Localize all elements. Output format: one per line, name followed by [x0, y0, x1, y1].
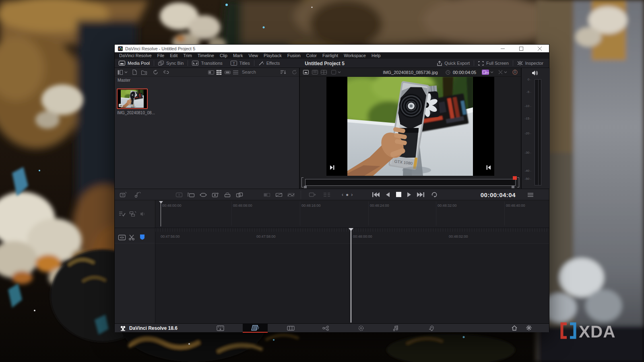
transitions-button[interactable]: Transitions [188, 59, 226, 68]
settings-gear-icon[interactable] [526, 325, 532, 331]
place-on-top-icon[interactable] [223, 192, 231, 198]
zoom-fit-icon[interactable] [498, 70, 503, 75]
zoom-chevron-icon[interactable] [504, 71, 507, 73]
search-input[interactable]: Search [242, 70, 256, 74]
sort-icon[interactable] [281, 70, 286, 74]
ripple-overwrite-icon[interactable] [199, 192, 207, 198]
bin-list-toggle-icon[interactable] [118, 70, 123, 75]
step-back-button[interactable] [385, 192, 390, 197]
menu-item[interactable]: Trim [180, 53, 195, 58]
split-scissors-icon[interactable] [129, 234, 135, 241]
titles-button[interactable]: T Titles [227, 59, 254, 68]
duration-clock-icon [446, 70, 450, 75]
dissolve-transition-icon[interactable] [275, 192, 283, 198]
color-viewer-icon[interactable] [512, 70, 518, 75]
maximize-button[interactable] [512, 45, 530, 52]
raw-badge-icon[interactable]: RAW [482, 70, 489, 75]
filmstrip-view-icon[interactable] [225, 70, 231, 74]
page-tab-edit[interactable] [278, 324, 303, 333]
menu-item[interactable]: Fusion [285, 53, 303, 58]
list-view-icon[interactable] [233, 70, 238, 74]
scrubber-in-handle[interactable] [304, 186, 307, 188]
match-frame-icon[interactable] [323, 191, 330, 198]
stop-button[interactable] [396, 192, 401, 197]
go-to-start-button[interactable] [372, 192, 380, 197]
raw-chevron-icon[interactable] [490, 71, 493, 73]
cut-transition-icon[interactable] [263, 192, 271, 198]
effects-icon [258, 61, 264, 66]
speaker-icon[interactable] [532, 70, 538, 76]
scrubber-right-bracket[interactable] [517, 177, 519, 187]
relink-icon[interactable] [163, 70, 169, 74]
audio-trim-icon[interactable] [140, 211, 147, 217]
timeline-tracks[interactable] [155, 243, 549, 323]
scrubber-playhead-marker[interactable] [513, 176, 517, 180]
menu-item[interactable]: Fairlight [320, 53, 341, 58]
menu-item[interactable]: Clip [217, 53, 230, 58]
menu-item[interactable]: Edit [167, 53, 180, 58]
refresh-bin-icon[interactable] [292, 70, 297, 75]
refresh-sync-icon[interactable] [153, 70, 158, 75]
media-pool-button[interactable]: Media Pool [115, 59, 154, 68]
menu-item[interactable]: File [155, 53, 167, 58]
home-icon[interactable] [512, 325, 517, 331]
scrubber-bar[interactable] [305, 179, 516, 186]
scrubber-left-bracket[interactable] [301, 177, 303, 187]
timeline-options-icon[interactable] [528, 193, 533, 197]
import-media-icon[interactable] [141, 70, 147, 75]
play-button[interactable] [407, 192, 412, 197]
page-tab-deliver[interactable] [419, 324, 444, 333]
menu-item[interactable]: Help [369, 53, 384, 58]
jog-control[interactable]: ‹●› [342, 192, 355, 197]
media-clip-thumbnail[interactable] [117, 88, 148, 109]
loop-button[interactable] [431, 191, 438, 197]
menu-item[interactable]: Timeline [195, 53, 217, 58]
overview-ruler-label: 00:48:00:00 [162, 204, 182, 208]
menu-item[interactable]: Playback [261, 53, 285, 58]
inspector-button[interactable]: Inspector [513, 59, 549, 68]
page-tab-cut[interactable] [243, 324, 268, 333]
full-screen-button[interactable]: Full Screen [474, 59, 513, 68]
viewer-scrubber[interactable] [301, 177, 519, 188]
sync-bin-button[interactable]: Sync Bin [154, 59, 188, 68]
timeline-checklist-icon[interactable] [119, 211, 126, 217]
minimize-button[interactable] [493, 45, 512, 52]
quick-export-button[interactable]: Quick Export [433, 59, 474, 68]
page-tab-media[interactable] [208, 324, 233, 333]
viewer-canvas[interactable]: GTX 1080 [326, 77, 494, 176]
strip-view-icon[interactable] [208, 70, 214, 74]
timeline-overview[interactable]: 00:48:00:00 00:48:08:00 00:48:16:00 00:4… [115, 200, 549, 228]
desktop: XDA DaVinci Resolve - Untitled Project 5… [0, 0, 644, 362]
smooth-cut-icon[interactable] [287, 192, 295, 198]
close-button[interactable] [530, 45, 549, 52]
timeline-playhead[interactable] [351, 228, 351, 323]
thumbnail-view-icon[interactable] [217, 70, 221, 75]
menu-item[interactable]: Workspace [341, 53, 369, 58]
append-clip-icon[interactable] [120, 191, 127, 198]
full-extent-icon[interactable] [118, 234, 126, 241]
bin-list-chevron-icon[interactable] [124, 71, 128, 73]
close-up-icon[interactable] [211, 192, 219, 198]
play-around-icon[interactable] [309, 191, 317, 198]
page-tab-fairlight[interactable] [384, 324, 409, 333]
in-point-flag-icon [330, 165, 334, 170]
overview-playhead[interactable] [161, 201, 161, 226]
go-to-end-button[interactable] [417, 192, 424, 197]
menu-item[interactable]: View [246, 53, 261, 58]
scrubber-out-handle[interactable] [512, 186, 514, 188]
page-tab-color[interactable] [349, 324, 374, 333]
page-tab-fusion[interactable] [313, 324, 338, 333]
effects-button[interactable]: Effects [254, 59, 284, 68]
new-bin-icon[interactable] [132, 70, 137, 75]
source-overwrite-icon[interactable] [235, 192, 244, 198]
timeline[interactable]: 00:47:56:00 00:47:58:00 00:48:00:00 00:4… [115, 228, 549, 323]
append-icon[interactable] [187, 192, 195, 198]
menu-item[interactable]: Mark [230, 53, 246, 58]
menu-item[interactable]: Color [303, 53, 320, 58]
sync-clips-icon[interactable] [129, 211, 136, 217]
snapping-marker-icon[interactable] [140, 234, 145, 240]
media-clip-name[interactable]: IMG_20240810_08... [117, 111, 155, 115]
smart-insert-icon[interactable] [175, 192, 183, 198]
append-audio-icon[interactable] [134, 191, 141, 198]
menu-item[interactable]: DaVinci Resolve [116, 53, 155, 58]
